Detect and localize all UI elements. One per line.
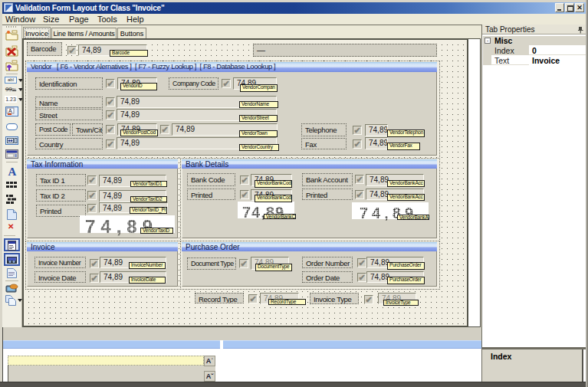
svg-text:A: A — [8, 108, 12, 113]
